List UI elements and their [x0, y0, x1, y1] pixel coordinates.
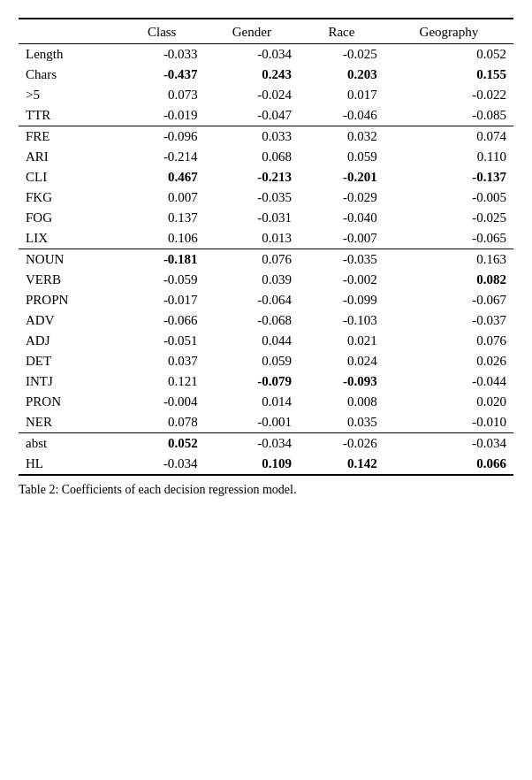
- cell-race: -0.040: [299, 208, 384, 228]
- cell-race: -0.002: [299, 270, 384, 290]
- cell-race: 0.059: [299, 147, 384, 167]
- cell-class: 0.467: [119, 167, 205, 187]
- cell-gender: -0.068: [205, 310, 299, 331]
- cell-class: -0.004: [119, 392, 205, 412]
- table-row: Chars-0.4370.2430.2030.155: [19, 65, 513, 85]
- row-label: VERB: [19, 270, 119, 290]
- cell-class: -0.096: [119, 126, 205, 148]
- cell-race: -0.103: [299, 310, 384, 331]
- row-label: FRE: [19, 126, 119, 148]
- cell-geo: 0.163: [384, 249, 513, 271]
- cell-class: -0.181: [119, 249, 205, 271]
- cell-gender: 0.014: [205, 392, 299, 412]
- cell-race: -0.025: [299, 44, 384, 65]
- cell-class: 0.007: [119, 187, 205, 208]
- cell-gender: 0.243: [205, 65, 299, 85]
- cell-gender: -0.213: [205, 167, 299, 187]
- table-row: TTR-0.019-0.047-0.046-0.085: [19, 105, 513, 126]
- cell-class: -0.019: [119, 105, 205, 126]
- table-row: FOG0.137-0.031-0.040-0.025: [19, 208, 513, 228]
- cell-geo: -0.022: [384, 85, 513, 105]
- header-row: Class Gender Race Geography: [19, 19, 513, 44]
- row-label: HL: [19, 454, 119, 475]
- row-label: DET: [19, 351, 119, 371]
- col-header-race: Race: [299, 19, 384, 44]
- table-row: PRON-0.0040.0140.0080.020: [19, 392, 513, 412]
- cell-gender: -0.064: [205, 290, 299, 310]
- table-row: NOUN-0.1810.076-0.0350.163: [19, 249, 513, 271]
- row-label: abst: [19, 433, 119, 455]
- row-label: Length: [19, 44, 119, 65]
- cell-race: 0.017: [299, 85, 384, 105]
- cell-class: -0.066: [119, 310, 205, 331]
- row-label: ADV: [19, 310, 119, 331]
- cell-class: 0.121: [119, 371, 205, 392]
- cell-class: 0.037: [119, 351, 205, 371]
- table-row: >50.073-0.0240.017-0.022: [19, 85, 513, 105]
- cell-race: 0.008: [299, 392, 384, 412]
- cell-class: -0.033: [119, 44, 205, 65]
- cell-gender: -0.031: [205, 208, 299, 228]
- cell-geo: -0.044: [384, 371, 513, 392]
- row-label: >5: [19, 85, 119, 105]
- row-label: FOG: [19, 208, 119, 228]
- table-row: PROPN-0.017-0.064-0.099-0.067: [19, 290, 513, 310]
- cell-race: 0.032: [299, 126, 384, 148]
- cell-race: -0.029: [299, 187, 384, 208]
- table-row: LIX0.1060.013-0.007-0.065: [19, 228, 513, 249]
- cell-race: -0.093: [299, 371, 384, 392]
- row-label: LIX: [19, 228, 119, 249]
- cell-race: -0.046: [299, 105, 384, 126]
- cell-geo: -0.137: [384, 167, 513, 187]
- row-label: ARI: [19, 147, 119, 167]
- cell-class: 0.137: [119, 208, 205, 228]
- cell-gender: -0.079: [205, 371, 299, 392]
- row-label: PROPN: [19, 290, 119, 310]
- cell-gender: 0.109: [205, 454, 299, 475]
- table-row: abst0.052-0.034-0.026-0.034: [19, 433, 513, 455]
- cell-gender: -0.047: [205, 105, 299, 126]
- cell-class: -0.437: [119, 65, 205, 85]
- cell-geo: -0.037: [384, 310, 513, 331]
- cell-class: -0.017: [119, 290, 205, 310]
- table-wrapper: Class Gender Race Geography Length-0.033…: [19, 18, 513, 497]
- cell-class: 0.078: [119, 412, 205, 433]
- cell-class: 0.106: [119, 228, 205, 249]
- cell-geo: 0.110: [384, 147, 513, 167]
- cell-geo: 0.074: [384, 126, 513, 148]
- cell-class: -0.034: [119, 454, 205, 475]
- cell-gender: -0.035: [205, 187, 299, 208]
- cell-gender: 0.013: [205, 228, 299, 249]
- cell-geo: 0.155: [384, 65, 513, 85]
- cell-geo: -0.034: [384, 433, 513, 455]
- cell-gender: 0.044: [205, 331, 299, 351]
- cell-class: -0.051: [119, 331, 205, 351]
- cell-class: -0.214: [119, 147, 205, 167]
- table-row: ARI-0.2140.0680.0590.110: [19, 147, 513, 167]
- cell-geo: -0.067: [384, 290, 513, 310]
- col-header-class: Class: [119, 19, 205, 44]
- cell-class: 0.073: [119, 85, 205, 105]
- row-label: CLI: [19, 167, 119, 187]
- table-caption: Table 2: Coefficients of each decision r…: [19, 475, 513, 497]
- cell-geo: 0.020: [384, 392, 513, 412]
- cell-gender: 0.068: [205, 147, 299, 167]
- cell-race: -0.007: [299, 228, 384, 249]
- cell-gender: -0.024: [205, 85, 299, 105]
- cell-geo: -0.085: [384, 105, 513, 126]
- cell-race: 0.021: [299, 331, 384, 351]
- cell-gender: 0.059: [205, 351, 299, 371]
- cell-geo: -0.025: [384, 208, 513, 228]
- row-label: Chars: [19, 65, 119, 85]
- cell-geo: -0.005: [384, 187, 513, 208]
- cell-geo: 0.052: [384, 44, 513, 65]
- cell-gender: -0.034: [205, 433, 299, 455]
- col-header-gender: Gender: [205, 19, 299, 44]
- table-row: VERB-0.0590.039-0.0020.082: [19, 270, 513, 290]
- table-row: DET0.0370.0590.0240.026: [19, 351, 513, 371]
- cell-gender: 0.033: [205, 126, 299, 148]
- cell-geo: 0.082: [384, 270, 513, 290]
- cell-race: 0.203: [299, 65, 384, 85]
- cell-gender: -0.001: [205, 412, 299, 433]
- cell-race: -0.026: [299, 433, 384, 455]
